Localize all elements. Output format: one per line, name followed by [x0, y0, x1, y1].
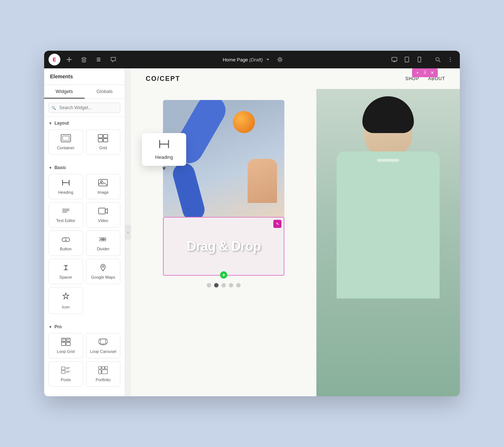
svg-rect-32 [61, 367, 65, 370]
mobile-view-button[interactable] [414, 54, 425, 65]
drag-drop-area[interactable]: Drag & Drop ✎ + [163, 217, 284, 276]
svg-rect-37 [99, 370, 101, 374]
svg-point-0 [279, 58, 281, 61]
portfolio-icon [98, 366, 108, 375]
svg-point-5 [419, 61, 419, 62]
svg-rect-26 [100, 339, 106, 344]
pro-section-title: ▼ Pro [49, 324, 120, 329]
tab-widgets[interactable]: Widgets [44, 85, 85, 99]
video-label: Video [98, 218, 108, 223]
section-add-button[interactable]: + [414, 69, 421, 76]
drag-drop-text: Drag & Drop [187, 239, 260, 254]
tablet-view-button[interactable] [402, 54, 412, 65]
svg-point-30 [103, 344, 104, 346]
add-element-button[interactable]: + [220, 271, 227, 279]
dot-2[interactable] [214, 283, 219, 287]
svg-rect-11 [63, 136, 69, 140]
site-nav: CO/CEPT SHOP ABOUT [131, 68, 460, 89]
spacer-icon [61, 264, 71, 273]
widget-button[interactable]: Button [49, 230, 83, 256]
layout-section-title: ▼ Layout [49, 121, 120, 126]
top-bar: E Home Page (Draft) [44, 51, 460, 68]
heading-drag-tooltip: Heading [142, 133, 186, 166]
loop-carousel-label: Loop Carousel [90, 349, 116, 354]
edit-button[interactable]: ✎ [273, 220, 281, 228]
search-input[interactable] [49, 103, 120, 113]
desktop-view-button[interactable] [389, 54, 400, 65]
widget-divider[interactable]: Divider [86, 230, 121, 256]
widget-loop-grid[interactable]: Loop Grid [49, 333, 83, 358]
layers-icon[interactable] [78, 54, 90, 65]
svg-rect-1 [392, 57, 397, 61]
grid-icon [98, 134, 108, 143]
svg-point-7 [450, 57, 451, 58]
widget-grid[interactable]: Grid [86, 129, 121, 155]
heading-tooltip-label: Heading [155, 154, 173, 160]
basic-section: ▼ Basic Heading [44, 161, 125, 321]
spacer-label: Spacer [59, 275, 72, 279]
basic-widgets-grid: Heading Image [49, 174, 120, 284]
svg-rect-38 [102, 370, 107, 374]
chat-icon[interactable] [107, 54, 119, 65]
search-icon[interactable] [433, 54, 443, 65]
widget-posts[interactable]: Posts [49, 361, 83, 387]
person-hoodie [337, 151, 440, 298]
container-icon [61, 134, 71, 143]
heading-icon [61, 179, 71, 188]
text-editor-icon [61, 207, 71, 216]
widget-portfolio[interactable]: Portfolio [86, 361, 121, 387]
layout-arrow-icon: ▼ [49, 121, 52, 125]
more-icon[interactable] [445, 54, 455, 65]
widget-spacer[interactable]: Spacer [49, 259, 83, 284]
person-background [316, 89, 460, 396]
svg-point-17 [101, 181, 103, 183]
dot-5[interactable] [236, 283, 241, 287]
svg-rect-16 [99, 179, 107, 186]
text-editor-label: Text Editor [56, 218, 75, 223]
svg-rect-13 [103, 135, 108, 138]
widget-image[interactable]: Image [86, 174, 121, 199]
sidebar-tabs: Widgets Globals [44, 85, 125, 99]
svg-point-29 [101, 344, 102, 345]
widget-heading[interactable]: Heading [49, 174, 83, 199]
sidebar-collapse-handle[interactable]: ‹ [125, 225, 131, 240]
widget-container[interactable]: Container [49, 129, 83, 155]
posts-label: Posts [61, 378, 71, 382]
section-drag-button[interactable]: ⠿ [422, 69, 428, 76]
heading-label: Heading [58, 190, 73, 194]
elementor-logo[interactable]: E [49, 54, 60, 65]
posts-icon [61, 366, 71, 375]
editor-window: E Home Page (Draft) [44, 51, 460, 396]
page-title: Home Page (Draft) [223, 57, 263, 62]
sidebar-title: Elements [44, 68, 125, 85]
svg-rect-35 [102, 366, 104, 369]
widget-text-editor[interactable]: Text Editor [49, 202, 83, 228]
widget-google-maps[interactable]: Google Maps [86, 259, 121, 284]
pro-section: ▼ Pro [44, 321, 125, 393]
svg-rect-12 [98, 135, 103, 138]
widget-icon[interactable]: Icon [49, 287, 83, 314]
google-maps-icon [98, 264, 108, 273]
basic-icon-row: Icon [49, 287, 120, 314]
svg-rect-18 [99, 208, 105, 214]
widget-loop-carousel[interactable]: Loop Carousel [86, 333, 121, 358]
svg-rect-34 [99, 366, 101, 369]
add-icon[interactable] [63, 54, 75, 65]
dot-1[interactable] [207, 283, 211, 287]
portfolio-label: Portfolio [96, 378, 110, 382]
tab-globals[interactable]: Globals [85, 85, 125, 99]
section-close-button[interactable]: ✕ [429, 69, 436, 76]
dot-3[interactable] [221, 283, 226, 287]
dot-4[interactable] [229, 283, 233, 287]
website-preview: CO/CEPT SHOP ABOUT [131, 68, 460, 396]
page-settings-icon[interactable] [274, 54, 286, 65]
svg-rect-36 [105, 366, 107, 369]
grid-label: Grid [99, 146, 107, 150]
svg-rect-25 [66, 342, 70, 346]
blue-arm-2 [170, 161, 207, 218]
widget-video[interactable]: Video [86, 202, 121, 228]
settings-icon[interactable] [93, 54, 104, 65]
icon-label: Icon [62, 305, 70, 309]
svg-point-31 [104, 344, 105, 345]
svg-point-3 [407, 61, 407, 62]
